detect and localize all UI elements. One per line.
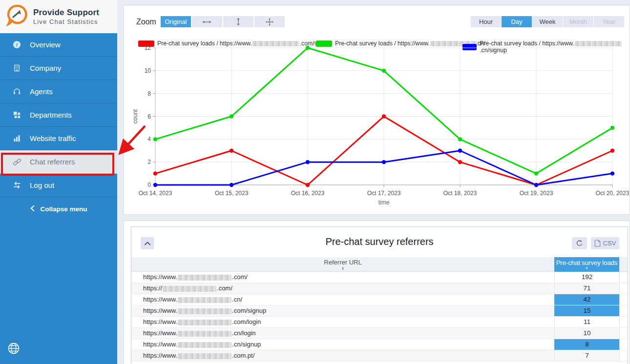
- redacted-domain: [163, 286, 216, 292]
- survey-loads-cell: 10: [554, 328, 619, 339]
- svg-text:6: 6: [147, 113, 151, 120]
- info-icon: i: [12, 40, 21, 49]
- referrer-url-cell: https://www..com.pt/: [131, 350, 554, 361]
- referrer-url-cell: https://www..com/login: [131, 317, 554, 327]
- redacted-domain: [178, 308, 231, 314]
- svg-text:Oct 16, 2023: Oct 16, 2023: [291, 190, 325, 197]
- survey-loads-cell: 8: [554, 339, 619, 350]
- table-row: https://www..com.pt/7: [131, 350, 628, 362]
- sidebar-item-website-traffic[interactable]: Website traffic: [0, 127, 117, 150]
- svg-text:Oct 19, 2023: Oct 19, 2023: [520, 190, 553, 197]
- svg-text:Oct 20, 2023: Oct 20, 2023: [596, 190, 630, 197]
- provide-support-logo-icon: [6, 4, 29, 29]
- scroll-gutter: [619, 339, 628, 350]
- scroll-gutter: [619, 294, 628, 305]
- building-icon: [12, 64, 21, 72]
- table-row: https://www..com/signup15: [131, 305, 628, 317]
- headset-icon: [12, 87, 21, 96]
- table-card: Pre-chat survey referrers CSV Referrer U…: [123, 221, 630, 364]
- sidebar-item-chat-referrers[interactable]: Chat referrers: [0, 150, 117, 174]
- svg-text:i: i: [16, 42, 18, 47]
- table-row: https://www..com/192: [131, 272, 628, 283]
- svg-text:0: 0: [147, 182, 151, 188]
- referrer-url-cell: https://www..cn/: [131, 294, 554, 305]
- redacted-domain: [178, 342, 231, 348]
- sidebar-item-label: Company: [30, 64, 61, 72]
- sidebar-item-label: Website traffic: [30, 134, 76, 142]
- column-header-survey-loads[interactable]: Pre-chat survey loads ▼: [554, 257, 619, 272]
- table-row: https://www..com/login11: [131, 317, 628, 328]
- redacted-domain: [178, 320, 231, 325]
- referrer-url-cell: https://www..cn/login: [131, 328, 554, 339]
- redacted-domain: [178, 297, 231, 303]
- sidebar-item-agents[interactable]: Agents: [0, 80, 117, 103]
- sort-both-icon: ▲▼: [341, 266, 344, 270]
- sidebar-menu: iOverviewCompanyAgentsDepartmentsWebsite…: [0, 33, 117, 197]
- link-icon: [12, 158, 21, 166]
- logo: Provide Support Live Chat Statistics: [0, 0, 117, 33]
- table-row: https://www..cn/42: [131, 294, 628, 305]
- scroll-gutter: [619, 328, 628, 339]
- referrer-url-cell: https://www..com/: [131, 272, 554, 283]
- chart-panel: Zoom Original HourDayWeekMonthYear Pre-c…: [123, 5, 630, 215]
- logo-title: Provide Support: [33, 8, 99, 18]
- sidebar-item-overview[interactable]: iOverview: [0, 33, 117, 57]
- line-chart[interactable]: 024681012Oct 14, 2023Oct 15, 2023Oct 16,…: [124, 5, 630, 214]
- scroll-gutter: [619, 317, 628, 327]
- referrer-url-cell: https://www..cn/signup: [131, 339, 554, 350]
- sidebar-item-label: Log out: [30, 181, 54, 189]
- scroll-gutter: [619, 305, 628, 316]
- scroll-gutter: [619, 257, 628, 272]
- collapse-menu-label: Collapse menu: [40, 205, 87, 213]
- referrer-url-cell: https://www..com/signup: [131, 305, 554, 316]
- logout-icon: [12, 182, 21, 189]
- svg-text:2: 2: [147, 159, 151, 165]
- svg-text:Oct 17, 2023: Oct 17, 2023: [367, 190, 401, 197]
- table-row: https://www..cn/login10: [131, 328, 628, 339]
- scroll-gutter: [619, 272, 628, 283]
- sidebar-item-label: Overview: [30, 40, 61, 49]
- svg-text:count: count: [132, 109, 139, 123]
- file-icon: [594, 240, 601, 247]
- referrers-widget: Pre-chat survey referrers CSV Referrer U…: [131, 226, 628, 364]
- panel-title: Pre-chat survey referrers: [131, 236, 628, 247]
- globe-icon[interactable]: [7, 342, 20, 355]
- bar-chart-icon: [12, 134, 21, 142]
- csv-export-button[interactable]: CSV: [591, 237, 619, 249]
- referrers-table: Referrer URL ▲▼ Pre-chat survey loads ▼ …: [131, 257, 628, 362]
- table-row: https://.com/71: [131, 283, 628, 294]
- logo-subtitle: Live Chat Statistics: [33, 18, 99, 25]
- sidebar-item-company[interactable]: Company: [0, 57, 117, 80]
- csv-button-label: CSV: [603, 240, 616, 247]
- svg-text:Oct 14, 2023: Oct 14, 2023: [139, 190, 172, 197]
- sort-desc-icon: ▼: [585, 267, 588, 270]
- sidebar-item-label: Chat referrers: [30, 158, 75, 166]
- redacted-domain: [178, 353, 231, 359]
- survey-loads-cell: 15: [554, 305, 619, 316]
- table-row: https://www..cn/signup8: [131, 339, 628, 350]
- survey-loads-cell: 192: [554, 272, 619, 283]
- svg-text:8: 8: [147, 90, 151, 97]
- survey-loads-cell: 11: [554, 317, 619, 327]
- sidebar-item-label: Departments: [30, 111, 72, 119]
- sidebar-item-departments[interactable]: Departments: [0, 103, 117, 127]
- column-header-referrer-url[interactable]: Referrer URL ▲▼: [131, 257, 554, 272]
- sidebar-item-label: Agents: [30, 87, 53, 96]
- sidebar: Provide Support Live Chat Statistics iOv…: [0, 0, 117, 364]
- svg-text:Oct 15, 2023: Oct 15, 2023: [215, 190, 249, 197]
- svg-text:12: 12: [145, 44, 151, 51]
- svg-text:10: 10: [145, 67, 151, 74]
- departments-icon: [12, 111, 21, 119]
- survey-loads-cell: 7: [554, 350, 619, 361]
- redacted-domain: [178, 275, 231, 281]
- svg-text:Oct 18, 2023: Oct 18, 2023: [443, 190, 477, 197]
- refresh-button[interactable]: [572, 237, 587, 249]
- scroll-gutter: [619, 350, 628, 361]
- sidebar-item-log-out[interactable]: Log out: [0, 174, 117, 197]
- svg-text:time: time: [378, 199, 390, 206]
- survey-loads-cell: 71: [554, 283, 619, 294]
- collapse-menu-button[interactable]: Collapse menu: [0, 197, 117, 221]
- survey-loads-cell: 42: [554, 294, 619, 305]
- chevron-left-icon: [30, 205, 35, 213]
- refresh-icon: [576, 240, 583, 247]
